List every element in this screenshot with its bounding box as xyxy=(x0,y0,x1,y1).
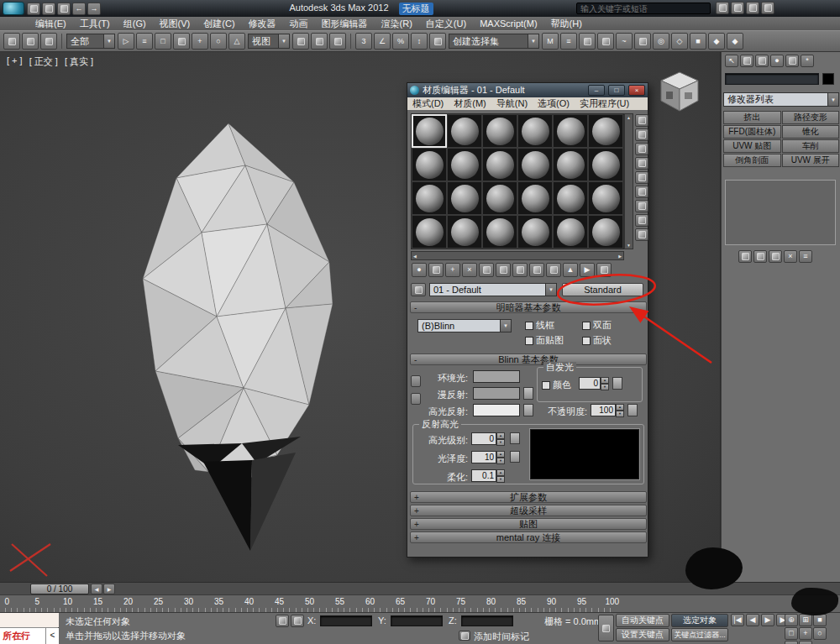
material-slot[interactable] xyxy=(412,148,447,181)
shader-type-combo[interactable]: (B)Blinn ▼ xyxy=(417,319,512,332)
go-start-icon[interactable]: |◀ xyxy=(731,614,744,626)
scroll-up-icon[interactable]: ▲ xyxy=(627,115,631,120)
material-editor-window[interactable]: 材质编辑器 - 01 - Default – □ × 模式(D) 材质(M) 导… xyxy=(407,82,648,558)
material-type-button[interactable]: Standard xyxy=(562,283,643,296)
modifier-preset-button[interactable]: UVW 贴图 xyxy=(723,139,781,153)
zoom-extents-icon[interactable]: ■ xyxy=(813,614,827,626)
scroll-right-icon[interactable]: ▶ xyxy=(618,254,622,259)
material-slot[interactable] xyxy=(482,114,517,148)
matedit-menu-utilities[interactable]: 实用程序(U) xyxy=(575,97,634,110)
material-id-icon[interactable] xyxy=(512,263,528,277)
material-slot[interactable] xyxy=(412,215,447,249)
use-pivot-center-icon[interactable] xyxy=(292,33,309,50)
specular-map-button[interactable] xyxy=(523,404,533,416)
material-options-icon[interactable] xyxy=(635,200,648,212)
offset-mode-icon[interactable] xyxy=(291,615,304,627)
select-manipulate-icon[interactable] xyxy=(311,33,328,50)
edit-named-sets-icon[interactable] xyxy=(429,33,446,50)
viewport-pov-menu[interactable]: [ 正交 ] xyxy=(29,55,58,68)
orbit-icon[interactable]: ○ xyxy=(813,627,827,640)
rollout-blinn-basic[interactable]: - Blinn 基本参数 xyxy=(410,353,647,365)
modifier-preset-button[interactable]: 倒角剖面 xyxy=(723,154,781,167)
chevron-down-icon[interactable]: ▼ xyxy=(500,320,511,332)
make-preview-icon[interactable] xyxy=(635,186,648,198)
matedit-menu-modes[interactable]: 模式(D) xyxy=(407,97,449,110)
menu-tools[interactable]: 工具(T) xyxy=(73,17,117,30)
faceted-checkbox[interactable]: 面状 xyxy=(582,334,612,347)
mirror-icon[interactable]: M xyxy=(542,33,559,50)
video-color-check-icon[interactable] xyxy=(635,171,648,184)
auto-key-button[interactable]: 自动关键点 xyxy=(616,614,669,627)
material-editor-icon[interactable]: ◎ xyxy=(653,33,669,50)
align-icon[interactable]: ≡ xyxy=(560,33,577,50)
display-tab-icon[interactable] xyxy=(785,55,799,67)
show-end-result-icon[interactable] xyxy=(546,263,561,277)
x-coordinate-field[interactable] xyxy=(320,615,372,626)
material-slot[interactable] xyxy=(447,148,482,181)
material-slot[interactable] xyxy=(553,215,588,249)
menu-views[interactable]: 视图(V) xyxy=(153,17,197,30)
zoom-region-icon[interactable]: □ xyxy=(785,627,798,640)
listener-script-row[interactable]: 所在行 xyxy=(0,628,45,644)
material-slot[interactable] xyxy=(588,181,623,215)
material-slot[interactable] xyxy=(447,215,482,249)
modifier-preset-button[interactable]: 路径变形 xyxy=(782,111,840,124)
material-slot[interactable] xyxy=(588,114,623,148)
put-material-icon[interactable] xyxy=(428,263,444,277)
z-coordinate-field[interactable] xyxy=(461,615,513,626)
modifier-preset-button[interactable]: 车削 xyxy=(782,139,840,153)
specular-level-map-button[interactable] xyxy=(510,432,520,444)
pick-color-dropper-icon[interactable] xyxy=(411,283,426,296)
layer-manager-icon[interactable] xyxy=(579,33,596,50)
y-coordinate-field[interactable] xyxy=(391,615,443,626)
material-name-combo[interactable]: 01 - Default ▼ xyxy=(429,283,557,296)
glossiness-spinner[interactable]: ▲▼ xyxy=(496,451,505,463)
scroll-left-icon[interactable]: ◀ xyxy=(413,254,417,259)
ribbon-toggle-icon[interactable] xyxy=(597,33,614,50)
material-slot[interactable] xyxy=(517,181,553,215)
maximize-viewport-icon[interactable]: □ xyxy=(799,641,812,644)
specular-level-spinner[interactable]: ▲▼ xyxy=(496,432,505,445)
time-slider-handle[interactable]: 0 / 100 xyxy=(30,584,89,594)
show-map-icon[interactable] xyxy=(529,263,544,277)
remove-modifier-icon[interactable]: × xyxy=(784,250,797,263)
object-color-swatch[interactable] xyxy=(822,73,834,85)
fov-icon[interactable]: ▽ xyxy=(785,641,798,644)
modifier-list-combo[interactable]: 修改器列表 ▼ xyxy=(723,92,839,107)
wireframe-checkbox[interactable]: 线框 xyxy=(525,319,554,332)
material-slot[interactable] xyxy=(517,215,553,249)
modifier-stack-list[interactable] xyxy=(725,180,836,245)
keyboard-override-icon[interactable] xyxy=(329,33,346,50)
select-object-icon[interactable]: ▷ xyxy=(118,33,134,50)
material-slot[interactable] xyxy=(517,114,553,148)
select-by-name-icon[interactable]: ≡ xyxy=(136,33,153,50)
rect-select-icon[interactable]: □ xyxy=(155,33,171,50)
crossing-select-icon[interactable] xyxy=(173,33,190,50)
specular-level-field[interactable]: 0 xyxy=(471,432,496,445)
matedit-menu-options[interactable]: 选项(O) xyxy=(533,97,575,110)
configure-sets-icon[interactable]: ≡ xyxy=(799,250,812,263)
two-sided-checkbox[interactable]: 双面 xyxy=(582,319,612,332)
make-unique-stack-icon[interactable] xyxy=(769,250,782,263)
close-button[interactable]: × xyxy=(628,85,645,96)
chevron-down-icon[interactable]: ▼ xyxy=(278,34,289,48)
favorites-icon[interactable] xyxy=(746,2,759,14)
add-time-tag[interactable]: 添加时间标记 xyxy=(474,631,529,643)
prev-frame-icon[interactable]: ◀ xyxy=(746,614,759,626)
curve-editor-icon[interactable]: ~ xyxy=(616,33,633,50)
select-rotate-icon[interactable]: ○ xyxy=(210,33,227,50)
search-go-icon[interactable] xyxy=(716,2,729,14)
self-illum-value-field[interactable]: 0 xyxy=(579,377,601,390)
rollout-shader-basic[interactable]: - 明暗器基本参数 xyxy=(410,301,647,313)
rollout-mental-ray[interactable]: +mental ray 连接 xyxy=(410,531,647,543)
get-material-icon[interactable]: ● xyxy=(412,263,427,277)
material-slot[interactable] xyxy=(447,114,482,148)
pick-from-object-icon[interactable] xyxy=(596,263,612,277)
zoom-icon[interactable]: ⊕ xyxy=(785,614,798,626)
3ds-max-logo[interactable] xyxy=(3,2,24,15)
select-by-material-icon[interactable] xyxy=(635,214,648,227)
go-to-parent-icon[interactable]: ▲ xyxy=(563,263,578,277)
titlebar[interactable]: ←→ Autodesk 3ds Max 2012 无标题 xyxy=(0,0,840,17)
glossiness-map-button[interactable] xyxy=(510,451,520,463)
background-icon[interactable] xyxy=(635,143,648,155)
